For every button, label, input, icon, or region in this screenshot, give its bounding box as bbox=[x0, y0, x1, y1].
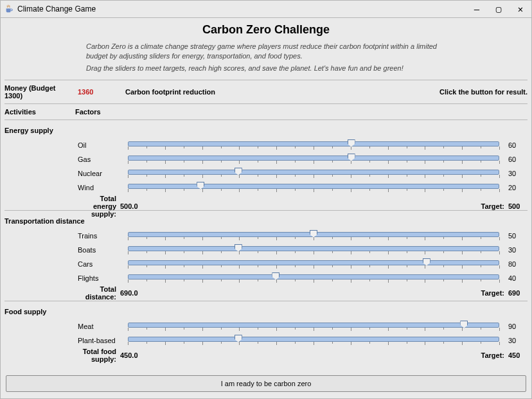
factor-row: Plant-based30 bbox=[4, 333, 528, 348]
factor-value: 80 bbox=[504, 260, 528, 268]
divider bbox=[4, 120, 528, 120]
factor-value: 40 bbox=[504, 274, 528, 282]
slider[interactable] bbox=[125, 334, 502, 347]
factor-value: 30 bbox=[504, 170, 528, 177]
energy-target-value: 500 bbox=[504, 202, 528, 210]
status-row: Money (Budget 1300) 1360 Carbon footprin… bbox=[4, 84, 528, 100]
slider[interactable] bbox=[125, 258, 502, 270]
money-label: Money (Budget 1300) bbox=[4, 84, 75, 100]
page-title: Carbon Zero Challenge bbox=[4, 23, 528, 37]
app-window: Climate Change Game — ▢ ✕ Carbon Zero Ch… bbox=[0, 0, 532, 399]
factor-label: Boats bbox=[78, 246, 123, 254]
factor-label: Trains bbox=[78, 232, 123, 240]
page-description-1: Carbon Zero is a climate change strategy… bbox=[86, 42, 446, 61]
submit-button-label: I am ready to be carbon zero bbox=[221, 380, 312, 387]
column-headers: Activities Factors bbox=[4, 108, 528, 116]
factor-row: Cars80 bbox=[4, 257, 528, 271]
factor-value: 20 bbox=[504, 184, 528, 191]
transport-summary-row: Total distance: 690.0 Target: 690 bbox=[4, 285, 528, 297]
window-title: Climate Change Game bbox=[17, 4, 96, 13]
factor-value: 60 bbox=[504, 141, 528, 149]
divider bbox=[4, 80, 528, 80]
factor-row: Meat90 bbox=[4, 319, 528, 333]
energy-target-label: Target: bbox=[472, 202, 504, 210]
money-value: 1360 bbox=[78, 88, 123, 96]
submit-button[interactable]: I am ready to be carbon zero bbox=[6, 375, 526, 392]
factor-row: Flights40 bbox=[4, 271, 528, 285]
factor-row: Boats30 bbox=[4, 243, 528, 257]
slider[interactable] bbox=[125, 244, 502, 256]
factor-row: Wind20 bbox=[4, 181, 528, 195]
food-target-label: Target: bbox=[472, 351, 504, 359]
factor-value: 60 bbox=[504, 155, 528, 163]
titlebar: Climate Change Game — ▢ ✕ bbox=[1, 1, 531, 18]
factor-label: Gas bbox=[78, 155, 123, 163]
slider[interactable] bbox=[125, 229, 502, 242]
food-section-label: Food supply bbox=[4, 308, 528, 315]
factor-row: Gas60 bbox=[4, 152, 528, 166]
energy-section-label: Energy supply bbox=[4, 127, 528, 134]
factor-label: Wind bbox=[78, 184, 123, 191]
slider[interactable] bbox=[125, 167, 502, 180]
food-sum-value: 450.0 bbox=[120, 351, 159, 359]
food-summary-row: Total food supply: 450.0 Target: 450 bbox=[4, 348, 528, 359]
java-icon bbox=[4, 4, 13, 13]
window-controls: — ▢ ✕ bbox=[466, 1, 531, 17]
slider[interactable] bbox=[125, 139, 502, 152]
factor-label: Oil bbox=[78, 141, 123, 149]
energy-sum-value: 500.0 bbox=[120, 202, 159, 210]
factor-label: Cars bbox=[78, 260, 123, 268]
slider[interactable] bbox=[125, 153, 502, 166]
result-hint: Click the button for result. bbox=[439, 88, 528, 96]
factor-label: Plant-based bbox=[78, 337, 123, 344]
maximize-button[interactable]: ▢ bbox=[488, 1, 510, 17]
factor-row: Nuclear30 bbox=[4, 166, 528, 181]
transport-target-label: Target: bbox=[472, 289, 504, 297]
factor-value: 30 bbox=[504, 337, 528, 344]
factor-row: Trains50 bbox=[4, 229, 528, 243]
transport-sum-value: 690.0 bbox=[120, 289, 159, 297]
factor-label: Meat bbox=[78, 323, 123, 330]
energy-sum-label: Total energy supply: bbox=[75, 195, 120, 218]
minimize-button[interactable]: — bbox=[466, 1, 488, 17]
slider[interactable] bbox=[125, 181, 502, 194]
factor-label: Flights bbox=[78, 274, 123, 282]
factor-value: 50 bbox=[504, 232, 528, 240]
divider bbox=[4, 301, 528, 301]
page-description-2: Drag the sliders to meet targets, reach … bbox=[86, 64, 446, 73]
transport-target-value: 690 bbox=[504, 289, 528, 297]
divider bbox=[4, 210, 528, 211]
activities-header: Activities bbox=[4, 108, 75, 116]
factor-row: Oil60 bbox=[4, 138, 528, 152]
carbon-footprint-label: Carbon footprint reduction bbox=[125, 88, 437, 96]
transport-section-label: Transportation distance bbox=[4, 217, 528, 225]
close-button[interactable]: ✕ bbox=[510, 1, 531, 17]
factors-header: Factors bbox=[75, 108, 528, 116]
transport-sum-label: Total distance: bbox=[75, 285, 120, 301]
slider[interactable] bbox=[125, 272, 502, 285]
factor-value: 90 bbox=[504, 323, 528, 330]
food-target-value: 450 bbox=[504, 351, 528, 359]
slider[interactable] bbox=[125, 320, 502, 333]
factor-label: Nuclear bbox=[78, 170, 123, 177]
factor-value: 30 bbox=[504, 246, 528, 254]
divider bbox=[4, 103, 528, 104]
energy-summary-row: Total energy supply: 500.0 Target: 500 bbox=[4, 195, 528, 206]
